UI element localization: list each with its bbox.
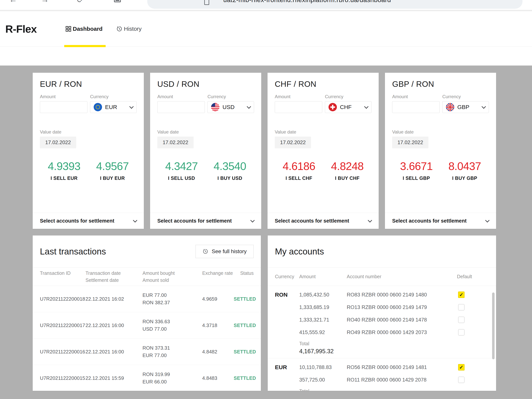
my-accounts-panel: My accounts Currency Amount Account numb…: [268, 236, 496, 391]
transactions-table-header: Transaction ID Transaction date Settleme…: [33, 267, 261, 286]
fx-card-gbp-ron: GBP / RON Amount Currency: [385, 73, 496, 229]
settlement-accounts-select[interactable]: Select accounts for settlement: [33, 213, 144, 229]
col-default: Default: [457, 273, 489, 280]
account-number: RO40 RZBR 0000 0600 2149 1478: [347, 317, 457, 323]
app-header: R-Flex Dashboard History: [0, 11, 532, 47]
transaction-row: U7R2021122200015 22.12.2021 15:59 RON 31…: [33, 365, 261, 391]
browser-refresh-icon[interactable]: ⟳: [77, 0, 83, 4]
transaction-row: U7R2021122200016 22.12.2021 16:00 RON 37…: [33, 339, 261, 365]
account-row: 1,333,685.19 RO13 RZBR 0000 0600 2149 14…: [268, 301, 496, 313]
value-date-chip: 17.02.2022: [157, 137, 194, 148]
sell-rate: 4.9393: [40, 160, 88, 172]
fx-card-eur-ron: EUR / RON Amount Currency: [33, 73, 144, 229]
transaction-amounts: EUR 77.00 RON 382.37: [142, 292, 201, 306]
col-exchange-rate: Exchange rate: [201, 270, 234, 284]
col-dates: Transaction date Settlement date: [86, 270, 142, 284]
currency-select[interactable]: USD: [208, 101, 254, 113]
settlement-label: Select accounts for settlement: [275, 218, 349, 224]
browser-save-icon[interactable]: [114, 0, 121, 2]
account-group-total: Total 4,167,995.32: [268, 339, 496, 355]
col-amounts: Amount bought Amount sold: [142, 270, 201, 284]
value-date-label: Value date: [392, 129, 489, 135]
see-full-history-label: See full history: [212, 248, 247, 255]
accounts-scrollbar[interactable]: [492, 293, 494, 359]
account-amount: 357,725.00: [299, 377, 347, 383]
browser-back-icon[interactable]: ←: [9, 0, 17, 4]
tab-dashboard[interactable]: Dashboard: [66, 26, 103, 32]
account-currency: RON: [275, 292, 299, 298]
transaction-date: 22.12.2021 16:02: [86, 296, 142, 302]
default-checkbox[interactable]: [458, 304, 465, 311]
site-permissions-icon[interactable]: [204, 0, 209, 5]
transaction-id: U7R2021122200017: [40, 323, 86, 328]
accounts-title: My accounts: [275, 246, 324, 256]
account-amount: 10,110,788.83: [299, 364, 347, 370]
value-date-label: Value date: [275, 129, 371, 135]
transaction-status: SETTLED: [234, 349, 256, 355]
settlement-accounts-select[interactable]: Select accounts for settlement: [150, 213, 261, 229]
transaction-status: SETTLED: [234, 296, 256, 302]
value-date-chip: 17.02.2022: [40, 137, 76, 148]
chevron-down-icon: [247, 105, 251, 109]
amount-input[interactable]: [392, 101, 440, 113]
see-full-history-button[interactable]: See full history: [196, 245, 254, 258]
transaction-rate: 4.8482: [201, 349, 234, 355]
address-bar[interactable]: uat2-mib-rflex-frontend.rflexinplatform.…: [147, 0, 522, 9]
transactions-title: Last transactions: [40, 246, 106, 256]
settlement-label: Select accounts for settlement: [392, 218, 467, 224]
sell-rate: 4.3427: [157, 160, 206, 172]
sell-rate-label: I SELL EUR: [40, 175, 88, 181]
amount-input[interactable]: [157, 101, 205, 113]
settlement-accounts-select[interactable]: Select accounts for settlement: [385, 213, 496, 229]
chevron-down-icon: [482, 105, 486, 109]
sell-rate-label: I SELL CHF: [275, 175, 323, 181]
buy-rate: 4.8248: [323, 160, 372, 172]
default-checkbox[interactable]: [458, 329, 465, 336]
account-amount: 1,085,432.50: [299, 292, 347, 298]
amount-label: Amount: [392, 94, 440, 99]
dashboard-grid-icon: [66, 26, 71, 32]
buy-rate-label: I BUY EUR: [88, 175, 137, 181]
gb-flag-icon: [446, 103, 454, 111]
default-checkbox[interactable]: [458, 317, 465, 323]
col-account-number: Account number: [347, 273, 457, 280]
value-date-chip: 17.02.2022: [275, 137, 311, 148]
account-number: RO13 RZBR 0000 0600 2149 1479: [347, 305, 457, 310]
currency-select[interactable]: CHF: [325, 101, 371, 113]
transaction-id: U7R2021122200016: [40, 349, 86, 355]
settlement-accounts-select[interactable]: Select accounts for settlement: [267, 213, 379, 229]
account-group-ron: RON 1,085,432.50 RO83 RZBR 0000 0600 214…: [268, 286, 496, 358]
currency-select[interactable]: GBP: [442, 101, 489, 113]
browser-toolbar: ← → ⟳ uat2-mib-rflex-frontend.rflexinpla…: [0, 0, 532, 11]
account-number: RO83 RZBR 0000 0600 2149 1480: [347, 292, 457, 298]
default-checkbox[interactable]: [458, 364, 465, 370]
amount-input[interactable]: [275, 101, 322, 113]
card-title: CHF / RON: [275, 80, 371, 89]
currency-select[interactable]: EUR: [90, 101, 137, 113]
fx-cards-row: EUR / RON Amount Currency: [33, 73, 496, 229]
currency-label: Currency: [325, 94, 371, 99]
bottom-panels: Last transactions See full history Trans…: [33, 236, 496, 391]
card-title: USD / RON: [157, 80, 254, 89]
buy-rate: 4.9567: [88, 160, 137, 172]
tab-history[interactable]: History: [116, 26, 142, 32]
active-tab-underline: [64, 45, 106, 47]
account-row: 357,725.00 RO11 RZBR 0000 0600 1429 2078: [268, 374, 496, 386]
default-checkbox[interactable]: [458, 292, 465, 298]
value-date-label: Value date: [157, 129, 254, 135]
chevron-down-icon: [133, 218, 137, 223]
col-currency: Currency: [275, 273, 299, 280]
fx-card-usd-ron: USD / RON Amount Currency: [150, 73, 261, 229]
settlement-label: Select accounts for settlement: [40, 218, 114, 224]
amount-input[interactable]: [40, 101, 87, 113]
value-date-label: Value date: [40, 129, 137, 135]
account-group-total: Total: [268, 386, 496, 391]
account-group-eur: EUR 10,110,788.83 RO56 RZBR 0000 0600 21…: [268, 358, 496, 391]
account-row: EUR 10,110,788.83 RO56 RZBR 0000 0600 21…: [268, 361, 496, 374]
default-checkbox[interactable]: [458, 377, 465, 383]
transaction-status: SETTLED: [234, 323, 256, 328]
transaction-rate: 4.9659: [201, 296, 234, 302]
browser-forward-icon[interactable]: →: [41, 0, 49, 4]
total-label: Total: [299, 388, 489, 391]
currency-code: EUR: [105, 104, 127, 110]
